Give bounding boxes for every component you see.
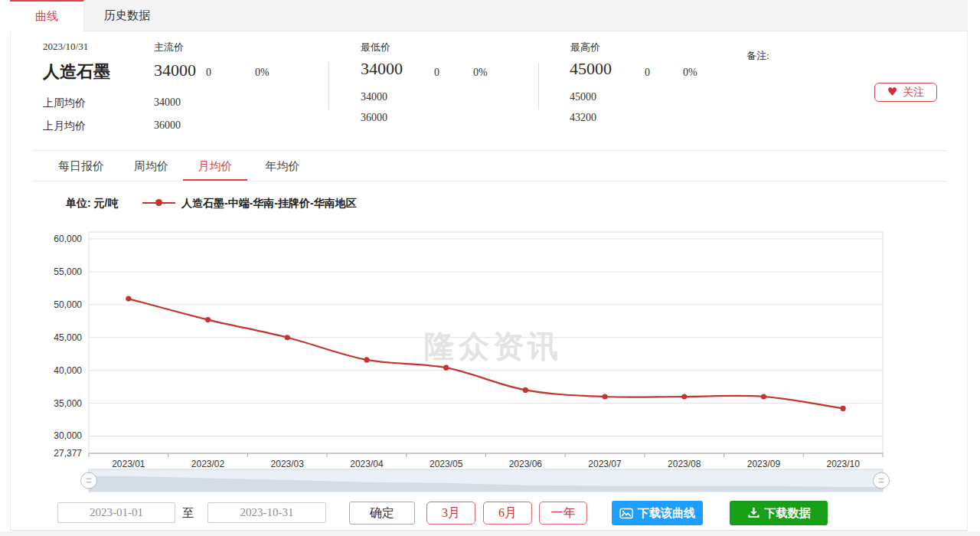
highest-price-change-pct: 0% — [683, 67, 697, 79]
x-axis-label: 2023/01 — [112, 459, 145, 469]
x-axis-label: 2023/02 — [191, 459, 225, 469]
subtab-monthly-average[interactable]: 月均价 — [183, 153, 247, 181]
legend-marker-dot — [155, 199, 162, 206]
highest-price-label: 最高价 — [570, 41, 600, 54]
mainstream-last-month-value: 36000 — [154, 119, 181, 132]
range-3-month-button[interactable]: 3月 — [426, 502, 475, 525]
last-month-label: 上月均价 — [43, 119, 86, 133]
lowest-last-week-value: 34000 — [361, 91, 387, 103]
highest-last-week-value: 45000 — [570, 91, 596, 103]
lowest-price-change: 0 — [434, 67, 439, 79]
mainstream-last-week-value: 34000 — [154, 96, 181, 109]
price-chart[interactable]: 27,37730,00035,00040,00045,00050,00055,0… — [11, 208, 967, 494]
price-curve-page: 曲线 历史数据 2023/10/31 人造石墨 上周均价 上月均价 主流价 34… — [0, 0, 980, 536]
lowest-price-label: 最低价 — [361, 41, 390, 54]
confirm-button[interactable]: 确定 — [349, 502, 415, 525]
x-axis-label: 2023/08 — [668, 459, 701, 469]
summary-divider-1 — [328, 63, 329, 109]
x-axis-label: 2023/05 — [430, 459, 463, 469]
mainstream-price-change: 0 — [206, 67, 211, 79]
y-axis-label: 27,377 — [54, 448, 82, 459]
heart-icon: ♥ — [887, 87, 897, 98]
subtab-daily-quote[interactable]: 每日报价 — [43, 153, 119, 181]
data-point[interactable] — [285, 335, 290, 340]
y-axis-label: 40,000 — [54, 365, 82, 376]
y-axis-label: 60,000 — [54, 234, 82, 244]
highest-last-month-value: 43200 — [570, 112, 596, 124]
content-panel: 2023/10/31 人造石墨 上周均价 上月均价 主流价 34000 0 0%… — [10, 31, 968, 531]
series-line — [129, 299, 843, 408]
y-axis-label: 50,000 — [54, 299, 82, 310]
datazoom-handle-right[interactable] — [874, 472, 890, 489]
datazoom-handle-left[interactable] — [81, 472, 97, 489]
follow-button-label: 关注 — [903, 86, 924, 100]
data-point[interactable] — [523, 387, 528, 393]
data-point[interactable] — [364, 357, 369, 362]
page-bottom-strip — [0, 531, 980, 536]
data-point[interactable] — [761, 394, 766, 399]
data-point[interactable] — [602, 394, 607, 399]
date-range-to-label: 至 — [182, 506, 194, 521]
last-week-label: 上周均价 — [43, 96, 86, 110]
y-axis-label: 55,000 — [54, 266, 82, 277]
image-icon — [619, 508, 633, 519]
x-axis-label: 2023/10 — [826, 459, 860, 469]
lowest-price-change-pct: 0% — [473, 67, 488, 79]
lowest-price-value: 34000 — [361, 59, 403, 79]
subtab-divider — [32, 181, 946, 181]
range-6-month-button[interactable]: 6月 — [483, 502, 532, 525]
product-name: 人造石墨 — [43, 60, 110, 83]
mainstream-price-change-pct: 0% — [255, 67, 270, 79]
download-data-label: 下载数据 — [765, 506, 811, 521]
mainstream-price-value: 34000 — [154, 60, 196, 80]
x-axis-label: 2023/03 — [271, 459, 305, 469]
top-tab-bar: 曲线 历史数据 — [10, 0, 968, 31]
data-point[interactable] — [681, 394, 687, 399]
quote-date: 2023/10/31 — [43, 41, 88, 53]
subtab-yearly-average[interactable]: 年均价 — [247, 153, 318, 181]
date-from-input[interactable] — [57, 502, 175, 523]
x-axis-label: 2023/04 — [350, 459, 384, 469]
x-axis-label: 2023/09 — [747, 459, 781, 469]
data-point[interactable] — [205, 317, 211, 322]
data-point[interactable] — [126, 296, 131, 301]
download-icon — [747, 507, 760, 519]
chart-svg: 27,37730,00035,00040,00045,00050,00055,0… — [11, 208, 967, 494]
mainstream-price-label: 主流价 — [154, 41, 184, 54]
y-axis-label: 45,000 — [54, 332, 82, 343]
date-to-input[interactable] — [207, 502, 326, 523]
download-data-button[interactable]: 下载数据 — [730, 501, 828, 525]
remark-label: 备注: — [746, 49, 769, 63]
summary-divider-2 — [538, 63, 539, 109]
y-axis-label: 30,000 — [54, 430, 82, 441]
range-1-year-button[interactable]: 一年 — [539, 502, 587, 525]
data-point[interactable] — [841, 406, 846, 411]
highest-price-value: 45000 — [570, 59, 612, 79]
subtab-weekly-average[interactable]: 周均价 — [119, 153, 183, 181]
download-curve-label: 下载该曲线 — [638, 506, 695, 521]
highest-price-change: 0 — [645, 67, 650, 79]
lowest-last-month-value: 36000 — [361, 112, 387, 124]
follow-button[interactable]: ♥ 关注 — [874, 83, 937, 102]
x-axis-label: 2023/07 — [588, 459, 622, 469]
section-divider — [32, 150, 946, 151]
x-axis-label: 2023/06 — [509, 459, 543, 469]
data-point[interactable] — [443, 365, 449, 371]
tab-history-data[interactable]: 历史数据 — [84, 0, 170, 31]
y-axis-label: 35,000 — [54, 398, 82, 409]
download-curve-button[interactable]: 下载该曲线 — [612, 501, 703, 525]
tab-curve[interactable]: 曲线 — [10, 0, 84, 31]
